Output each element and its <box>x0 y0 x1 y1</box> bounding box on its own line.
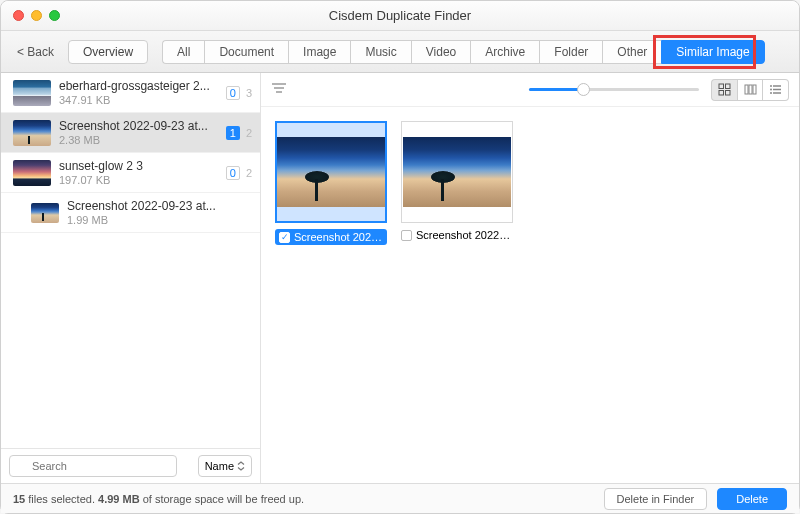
total-count: 2 <box>246 167 252 179</box>
svg-rect-6 <box>726 84 731 89</box>
filter-icon <box>271 81 287 95</box>
group-size: 197.07 KB <box>59 174 218 186</box>
item-checkbox[interactable] <box>401 230 412 241</box>
tab-similar-image[interactable]: Similar Image <box>661 40 764 64</box>
group-thumbnail <box>13 160 51 186</box>
tab-music[interactable]: Music <box>350 40 410 64</box>
filter-button[interactable] <box>271 81 287 99</box>
selected-count: 0 <box>226 166 240 180</box>
category-tabs: All Document Image Music Video Archive F… <box>162 40 765 64</box>
group-thumbnail <box>31 203 59 223</box>
sidebar-footer: Name <box>1 448 260 483</box>
columns-view-icon <box>744 83 757 96</box>
slider-fill <box>529 88 580 91</box>
sort-dropdown[interactable]: Name <box>198 455 252 477</box>
item-filename: Screenshot 2022-0... <box>294 231 383 243</box>
thumbnail-size-slider[interactable] <box>529 88 699 91</box>
list-view-icon <box>769 83 782 96</box>
search-input[interactable] <box>9 455 177 477</box>
preview-label: Screenshot 2022-0... <box>401 229 513 241</box>
group-meta: Screenshot 2022-09-23 at... 1.99 MB <box>67 199 252 226</box>
group-item[interactable]: Screenshot 2022-09-23 at... 2.38 MB 1 2 <box>1 113 260 153</box>
svg-rect-7 <box>719 91 724 96</box>
preview-item[interactable]: Screenshot 2022-0... <box>275 121 387 245</box>
delete-in-finder-button[interactable]: Delete in Finder <box>604 488 708 510</box>
selected-count: 0 <box>226 86 240 100</box>
group-size: 2.38 MB <box>59 134 218 146</box>
overview-button[interactable]: Overview <box>68 40 148 64</box>
tab-video[interactable]: Video <box>411 40 470 64</box>
titlebar: Cisdem Duplicate Finder <box>1 1 799 31</box>
preview-label: Screenshot 2022-0... <box>275 229 387 245</box>
group-counts: 0 3 <box>226 86 252 100</box>
sort-label: Name <box>205 460 234 472</box>
group-item[interactable]: sunset-glow 2 3 197.07 KB 0 2 <box>1 153 260 193</box>
status-bar: 15 files selected. 4.99 MB of storage sp… <box>1 483 799 513</box>
view-mode-segment <box>711 79 789 101</box>
svg-rect-5 <box>719 84 724 89</box>
tab-all[interactable]: All <box>162 40 204 64</box>
group-meta: Screenshot 2022-09-23 at... 2.38 MB <box>59 119 218 146</box>
total-count: 2 <box>246 127 252 139</box>
group-name: Screenshot 2022-09-23 at... <box>67 199 252 213</box>
group-item[interactable]: Screenshot 2022-09-23 at... 1.99 MB <box>1 193 260 233</box>
svg-point-16 <box>770 89 772 91</box>
back-button[interactable]: < Back <box>11 41 60 63</box>
status-text: 15 files selected. 4.99 MB of storage sp… <box>13 493 304 505</box>
svg-rect-8 <box>726 91 731 96</box>
group-name: eberhard-grossgasteiger 2... <box>59 79 218 93</box>
sidebar: eberhard-grossgasteiger 2... 347.91 KB 0… <box>1 73 261 483</box>
chevron-up-down-icon <box>237 461 245 471</box>
tab-image[interactable]: Image <box>288 40 350 64</box>
tab-folder[interactable]: Folder <box>539 40 602 64</box>
tab-archive[interactable]: Archive <box>470 40 539 64</box>
group-item[interactable]: eberhard-grossgasteiger 2... 347.91 KB 0… <box>1 73 260 113</box>
main-panel: Screenshot 2022-0... Screenshot 2022-0..… <box>261 73 799 483</box>
tab-other[interactable]: Other <box>602 40 661 64</box>
svg-point-15 <box>770 85 772 87</box>
total-count: 3 <box>246 87 252 99</box>
svg-rect-11 <box>753 85 756 94</box>
window-title: Cisdem Duplicate Finder <box>1 8 799 23</box>
selected-count: 1 <box>226 126 240 140</box>
group-size: 1.99 MB <box>67 214 252 226</box>
image-preview <box>403 137 511 207</box>
toolbar: < Back Overview All Document Image Music… <box>1 31 799 73</box>
preview-thumbnail <box>275 121 387 223</box>
group-counts: 1 2 <box>226 126 252 140</box>
group-thumbnail <box>13 80 51 106</box>
item-filename: Screenshot 2022-0... <box>416 229 513 241</box>
image-preview <box>277 137 385 207</box>
group-name: Screenshot 2022-09-23 at... <box>59 119 218 133</box>
preview-grid: Screenshot 2022-0... Screenshot 2022-0..… <box>261 107 799 483</box>
svg-point-17 <box>770 92 772 94</box>
app-window: Cisdem Duplicate Finder < Back Overview … <box>0 0 800 514</box>
group-counts: 0 2 <box>226 166 252 180</box>
preview-thumbnail <box>401 121 513 223</box>
tab-document[interactable]: Document <box>204 40 288 64</box>
duplicate-group-list: eberhard-grossgasteiger 2... 347.91 KB 0… <box>1 73 260 448</box>
files-selected-count: 15 <box>13 493 25 505</box>
preview-item[interactable]: Screenshot 2022-0... <box>401 121 513 241</box>
group-meta: sunset-glow 2 3 197.07 KB <box>59 159 218 186</box>
group-name: sunset-glow 2 3 <box>59 159 218 173</box>
svg-rect-10 <box>749 85 752 94</box>
search-wrapper <box>9 455 192 477</box>
item-checkbox[interactable] <box>279 232 290 243</box>
group-meta: eberhard-grossgasteiger 2... 347.91 KB <box>59 79 218 106</box>
group-thumbnail <box>13 120 51 146</box>
grid-view-button[interactable] <box>711 79 737 101</box>
columns-view-button[interactable] <box>737 79 763 101</box>
delete-button[interactable]: Delete <box>717 488 787 510</box>
body: eberhard-grossgasteiger 2... 347.91 KB 0… <box>1 73 799 483</box>
grid-view-icon <box>718 83 731 96</box>
space-freed: 4.99 MB <box>98 493 140 505</box>
main-toolbar-right <box>529 79 789 101</box>
group-size: 347.91 KB <box>59 94 218 106</box>
status-actions: Delete in Finder Delete <box>604 488 787 510</box>
list-view-button[interactable] <box>763 79 789 101</box>
svg-rect-9 <box>745 85 748 94</box>
main-toolbar <box>261 73 799 107</box>
slider-knob[interactable] <box>577 83 590 96</box>
